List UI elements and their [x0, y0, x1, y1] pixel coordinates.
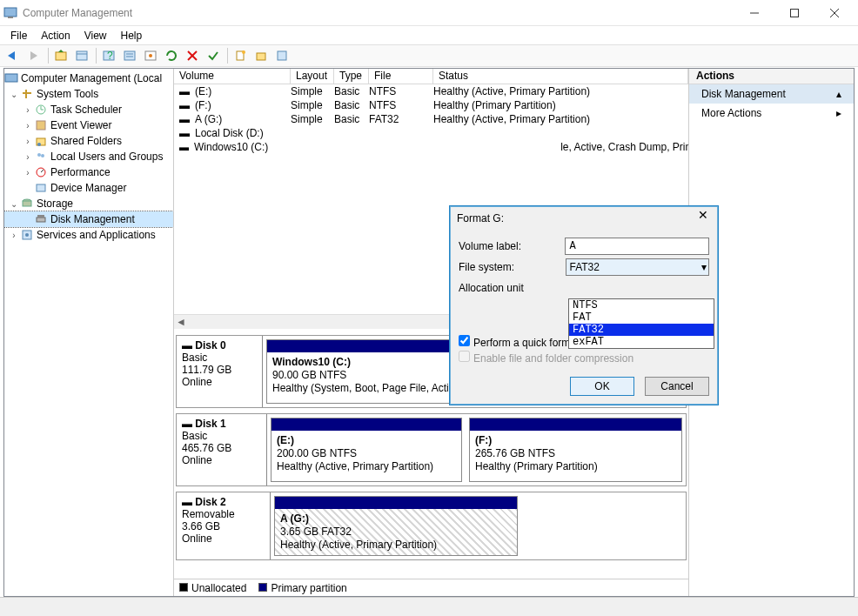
partition[interactable]: (E:)200.00 GB NTFSHealthy (Active, Prima… [271, 418, 462, 482]
cancel-button[interactable]: Cancel [645, 377, 709, 396]
tree-performance[interactable]: Performance [50, 166, 111, 178]
legend-primary: Primary partition [271, 582, 346, 594]
svg-rect-41 [37, 218, 45, 222]
volume-row[interactable]: ▬A (G:)SimpleBasicFAT32Healthy (Active, … [174, 112, 688, 126]
svg-marker-7 [30, 51, 37, 60]
tree-storage[interactable]: Storage [37, 198, 73, 210]
scroll-left-icon[interactable]: ◄ [176, 316, 186, 328]
volume-row[interactable]: ▬ (F:)SimpleBasicNTFSHealthy (Primary Pa… [174, 98, 688, 112]
settings-icon[interactable] [141, 46, 160, 65]
partition[interactable]: A (G:)3.65 GB FAT32Healthy (Active, Prim… [274, 496, 518, 556]
volume-list-header[interactable]: Volume Layout Type File System Status [174, 69, 688, 84]
menu-action[interactable]: Action [34, 28, 77, 44]
minimize-button[interactable] [734, 0, 774, 25]
chevron-down-icon[interactable]: ⌄ [8, 90, 20, 99]
svg-rect-31 [37, 121, 45, 130]
check-icon[interactable] [204, 46, 223, 65]
disk-row[interactable]: ▬ Disk 2 Removable 3.66 GB Online A (G:)… [176, 492, 687, 560]
ok-button[interactable]: OK [570, 377, 634, 396]
chevron-down-icon[interactable]: ⌄ [8, 199, 20, 209]
svg-text:?: ? [107, 50, 113, 62]
option-exfat[interactable]: exFAT [569, 336, 714, 348]
tools-icon [20, 87, 34, 101]
delete-icon[interactable] [183, 46, 202, 65]
svg-point-22 [242, 50, 245, 54]
disk-info: ▬ Disk 0 Basic 111.79 GB Online [177, 336, 263, 407]
svg-rect-0 [4, 8, 17, 17]
svg-rect-27 [25, 90, 27, 98]
collapse-icon[interactable]: ▴ [836, 88, 841, 100]
option-ntfs[interactable]: NTFS [569, 299, 714, 311]
volume-icon: ▬ [174, 127, 190, 139]
menu-view[interactable]: View [77, 28, 114, 44]
filesystem-dropdown[interactable]: NTFS FAT FAT32 exFAT [568, 298, 714, 349]
svg-rect-14 [124, 51, 135, 60]
back-icon[interactable] [3, 46, 23, 65]
svg-rect-24 [278, 51, 286, 60]
col-volume[interactable]: Volume [174, 69, 291, 84]
col-status[interactable]: Status [433, 69, 688, 84]
tree-root[interactable]: Computer Management (Local [21, 72, 162, 84]
options-icon[interactable] [272, 46, 292, 65]
disk-info: ▬ Disk 2 Removable 3.66 GB Online [177, 492, 271, 559]
refresh-icon[interactable] [162, 46, 181, 65]
quick-format-checkbox[interactable] [459, 335, 470, 346]
filesystem-select[interactable]: FAT32▾ [566, 258, 710, 276]
event-icon [34, 118, 48, 132]
shared-folder-icon [34, 134, 48, 148]
col-filesystem[interactable]: File System [369, 69, 433, 84]
option-fat32[interactable]: FAT32 [569, 324, 714, 336]
option-fat[interactable]: FAT [569, 311, 714, 324]
menu-help[interactable]: Help [114, 28, 150, 44]
new-icon[interactable] [231, 46, 250, 65]
users-icon [34, 150, 48, 164]
up-icon[interactable] [51, 46, 70, 65]
partition[interactable]: (F:)265.76 GB NTFSHealthy (Primary Parti… [469, 418, 682, 482]
tree-shared-folders[interactable]: Shared Folders [50, 135, 122, 147]
nav-tree[interactable]: Computer Management (Local ⌄System Tools… [4, 69, 174, 596]
actions-disk-management[interactable]: Disk Management▴ [689, 84, 854, 104]
col-type[interactable]: Type [334, 69, 369, 84]
chevron-down-icon: ▾ [701, 261, 707, 273]
chevron-right-icon[interactable]: › [22, 168, 34, 177]
col-layout[interactable]: Layout [291, 69, 334, 84]
tree-task-scheduler[interactable]: Task Scheduler [50, 104, 122, 116]
svg-point-33 [37, 143, 41, 146]
close-icon[interactable]: ✕ [692, 208, 714, 227]
list-icon[interactable] [120, 46, 139, 65]
tree-disk-management[interactable]: Disk Management [4, 211, 173, 227]
volume-list[interactable]: ▬ (E:)SimpleBasicNTFSHealthy (Active, Pr… [174, 84, 688, 154]
tree-services[interactable]: Services and Applications [37, 229, 156, 241]
help-icon[interactable]: ? [99, 46, 118, 65]
svg-point-18 [149, 54, 152, 57]
folder-icon[interactable] [251, 46, 271, 65]
svg-point-44 [25, 233, 29, 237]
tree-event-viewer[interactable]: Event Viewer [50, 119, 111, 131]
volume-label-input[interactable] [565, 238, 709, 255]
chevron-right-icon[interactable]: › [8, 231, 20, 240]
svg-rect-10 [77, 51, 87, 60]
disk-label: Disk 0 [195, 339, 225, 352]
svg-rect-3 [791, 9, 799, 17]
chevron-right-icon[interactable]: › [22, 152, 34, 162]
volume-row[interactable]: ▬Windows10 (C:)le, Active, Crash Dump, P… [174, 140, 688, 154]
dialog-title: Format G: [457, 212, 504, 224]
tree-device-manager[interactable]: Device Manager [50, 182, 126, 194]
disk-row[interactable]: ▬ Disk 1 Basic 465.76 GB Online (E:)200.… [176, 413, 687, 486]
close-button[interactable] [814, 0, 855, 25]
tree-local-users[interactable]: Local Users and Groups [50, 151, 163, 163]
forward-icon[interactable] [24, 46, 44, 65]
maximize-button[interactable] [774, 0, 814, 25]
properties-icon[interactable] [72, 46, 91, 65]
volume-row[interactable]: ▬ (E:)SimpleBasicNTFSHealthy (Active, Pr… [174, 84, 688, 98]
chevron-right-icon[interactable]: › [22, 121, 34, 131]
menu-file[interactable]: File [3, 28, 34, 44]
volume-row[interactable]: ▬Local Disk (D:) [174, 126, 688, 140]
svg-line-37 [41, 170, 44, 172]
chevron-right-icon[interactable]: › [22, 105, 34, 115]
tree-systemtools[interactable]: System Tools [37, 88, 98, 100]
label-allocation: Allocation unit [459, 282, 568, 294]
chevron-right-icon[interactable]: › [22, 137, 34, 146]
storage-icon [20, 197, 34, 211]
actions-more[interactable]: More Actions▸ [689, 104, 854, 123]
